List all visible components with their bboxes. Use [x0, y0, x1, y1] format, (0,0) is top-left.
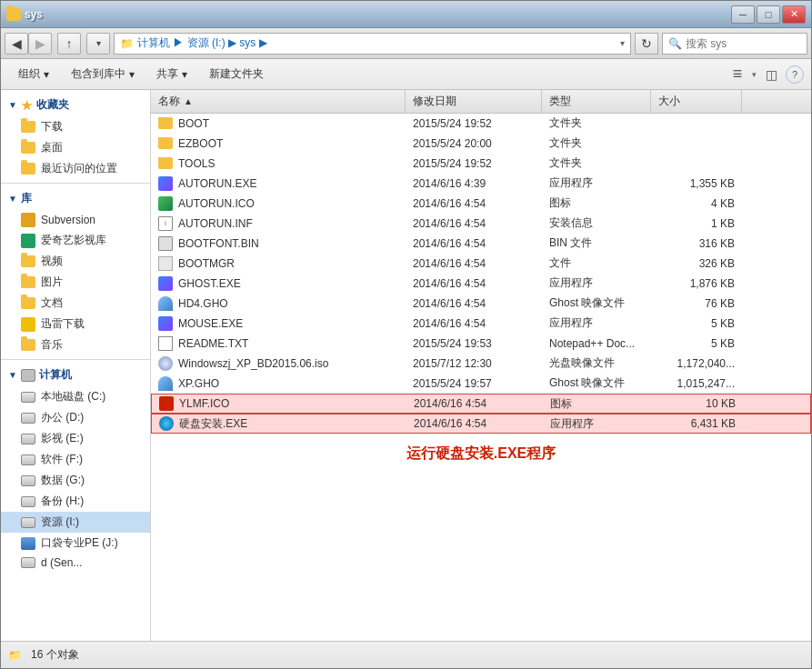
sidebar-item-picture[interactable]: 图片: [1, 272, 150, 293]
sidebar-item-music[interactable]: 音乐: [1, 334, 150, 355]
file-name-autorun-inf: i AUTORUN.INF: [151, 216, 406, 231]
file-row-bootmgr[interactable]: BOOTMGR 2014/6/16 4:54 文件 326 KB: [151, 254, 811, 274]
new-folder-button[interactable]: 新建文件夹: [199, 63, 274, 86]
sidebar-item-e-drive[interactable]: 影视 (E:): [1, 428, 150, 449]
sidebar-item-h-drive[interactable]: 备份 (H:): [1, 491, 150, 512]
file-size-mouse-exe: 5 KB: [651, 317, 742, 330]
computer-header[interactable]: ▼ 计算机: [1, 364, 150, 386]
favorites-header[interactable]: ▼ ★ 收藏夹: [1, 94, 150, 116]
file-type-autorun-inf: 安装信息: [542, 215, 651, 231]
organize-arrow: ▾: [44, 68, 49, 81]
file-type-ghost-exe: 应用程序: [542, 275, 651, 291]
file-row-readme[interactable]: README.TXT 2015/5/24 19:53 Notepad++ Doc…: [151, 334, 811, 354]
sidebar-item-subversion[interactable]: Subversion: [1, 210, 150, 230]
i-drive-icon: [21, 517, 35, 528]
file-name-xp-gho: XP.GHO: [151, 376, 406, 391]
download-folder-icon: [21, 121, 35, 133]
refresh-button[interactable]: ↻: [635, 33, 658, 55]
file-row-iso[interactable]: Windowszj_XP_BD2015.06.iso 2015/7/12 12:…: [151, 354, 811, 374]
computer-icon: [21, 369, 35, 382]
h-drive-label: 备份 (H:): [41, 494, 84, 509]
back-button[interactable]: ◀: [5, 33, 28, 55]
file-row-boot[interactable]: BOOT 2015/5/24 19:52 文件夹: [151, 114, 811, 134]
file-type-ylmf-ico: 图标: [543, 396, 652, 412]
file-row-autorun-inf[interactable]: i AUTORUN.INF 2014/6/16 4:54 安装信息 1 KB: [151, 214, 811, 234]
sidebar-item-video[interactable]: 视频: [1, 251, 150, 272]
file-type-xp-gho: Ghost 映像文件: [542, 375, 651, 391]
ghost-exe-icon: [158, 276, 173, 291]
col-header-date[interactable]: 修改日期: [406, 90, 542, 113]
include-arrow: ▾: [129, 68, 135, 81]
file-row-bootfont[interactable]: BOOTFONT.BIN 2014/6/16 4:54 BIN 文件 316 K…: [151, 234, 811, 254]
search-input[interactable]: [686, 37, 801, 50]
sidebar-item-document[interactable]: 文档: [1, 293, 150, 314]
file-name-hd-install: 硬盘安装.EXE: [152, 416, 406, 432]
toolbar-right: ≡ ▾ ◫ ?: [727, 64, 804, 85]
window-title: sys: [25, 8, 43, 21]
file-row-ylmf-ico[interactable]: YLMF.ICO 2014/6/16 4:54 图标 10 KB: [151, 394, 811, 414]
sidebar-item-g-drive[interactable]: 数据 (G:): [1, 470, 150, 491]
file-row-autorun-ico[interactable]: AUTORUN.ICO 2014/6/16 4:54 图标 4 KB: [151, 194, 811, 214]
file-type-boot: 文件夹: [542, 115, 651, 131]
file-row-autorun-exe[interactable]: AUTORUN.EXE 2014/6/16 4:39 应用程序 1,355 KB: [151, 174, 811, 194]
library-header[interactable]: ▼ 库: [1, 187, 150, 210]
status-folder-icon: 📁: [8, 649, 22, 662]
file-type-autorun-exe: 应用程序: [542, 175, 651, 191]
col-header-size[interactable]: 大小: [651, 90, 742, 113]
sidebar-item-sen-drive[interactable]: d (Sen...: [1, 554, 150, 572]
file-row-hd4-gho[interactable]: HD4.GHO 2014/6/16 4:54 Ghost 映像文件 76 KB: [151, 294, 811, 314]
col-header-type[interactable]: 类型: [542, 90, 651, 113]
library-section: ▼ 库 Subversion 爱奇艺影视库 视频 图片: [1, 187, 150, 355]
file-type-iso: 光盘映像文件: [542, 355, 651, 371]
sidebar-item-j-drive[interactable]: 口袋专业PE (J:): [1, 533, 150, 554]
file-row-ezboot[interactable]: EZBOOT 2015/5/24 20:00 文件夹: [151, 134, 811, 154]
forward-button[interactable]: ▶: [28, 33, 52, 55]
maximize-button[interactable]: □: [757, 5, 780, 24]
recent-locations-button[interactable]: ▾: [86, 33, 110, 55]
f-drive-icon: [21, 454, 35, 465]
sidebar-item-i-drive[interactable]: 资源 (I:): [1, 512, 150, 533]
sidebar-item-d-drive[interactable]: 办公 (D:): [1, 407, 150, 428]
sidebar-item-recent[interactable]: 最近访问的位置: [1, 158, 150, 179]
sidebar-item-f-drive[interactable]: 软件 (F:): [1, 449, 150, 470]
e-drive-label: 影视 (E:): [41, 431, 84, 446]
view-icon-button[interactable]: ≡: [727, 64, 748, 85]
sidebar-item-download[interactable]: 下载: [1, 116, 150, 137]
sidebar-item-thunder[interactable]: 迅雷下载: [1, 314, 150, 334]
file-row-xp-gho[interactable]: XP.GHO 2015/5/24 19:57 Ghost 映像文件 1,015,…: [151, 374, 811, 394]
preview-button[interactable]: ◫: [760, 64, 782, 85]
file-row-mouse-exe[interactable]: MOUSE.EXE 2014/6/16 4:54 应用程序 5 KB: [151, 314, 811, 334]
file-name-autorun-ico: AUTORUN.ICO: [151, 196, 406, 211]
organize-button[interactable]: 组织 ▾: [8, 63, 59, 86]
sidebar-item-c-drive[interactable]: 本地磁盘 (C:): [1, 386, 150, 407]
up-button[interactable]: ↑: [57, 33, 81, 55]
col-header-name[interactable]: 名称 ▲: [151, 90, 406, 113]
search-box[interactable]: 🔍: [662, 33, 807, 55]
file-name-tools: TOOLS: [151, 157, 406, 170]
file-row-ghost-exe[interactable]: GHOST.EXE 2014/6/16 4:54 应用程序 1,876 KB: [151, 274, 811, 294]
file-row-hd-install[interactable]: 硬盘安装.EXE 2014/6/16 4:54 应用程序 6,431 KB: [151, 414, 811, 434]
file-size-ylmf-ico: 10 KB: [652, 397, 743, 410]
address-path[interactable]: 📁 计算机 ▶ 资源 (I:) ▶ sys ▶ ▾: [114, 33, 631, 55]
minimize-button[interactable]: ─: [731, 5, 755, 24]
close-button[interactable]: ✕: [782, 5, 806, 24]
share-button[interactable]: 共享 ▾: [146, 63, 197, 86]
aiqiyi-label: 爱奇艺影视库: [41, 233, 106, 248]
subversion-label: Subversion: [41, 214, 95, 226]
include-library-button[interactable]: 包含到库中 ▾: [61, 63, 145, 86]
help-button[interactable]: ?: [786, 65, 804, 84]
file-date-ghost-exe: 2014/6/16 4:54: [406, 277, 542, 290]
subversion-icon: [21, 213, 35, 227]
file-date-autorun-inf: 2014/6/16 4:54: [406, 217, 542, 230]
path-dropdown-arrow[interactable]: ▾: [620, 38, 625, 48]
sidebar-item-aiqiyi[interactable]: 爱奇艺影视库: [1, 230, 150, 251]
view-dropdown-arrow[interactable]: ▾: [752, 70, 757, 79]
document-label: 文档: [41, 295, 63, 311]
file-list-header: 名称 ▲ 修改日期 类型 大小: [151, 90, 811, 114]
desktop-label: 桌面: [41, 140, 63, 155]
file-row-tools[interactable]: TOOLS 2015/5/24 19:52 文件夹: [151, 154, 811, 174]
file-size-hd4-gho: 76 KB: [651, 297, 742, 310]
file-name-ghost-exe: GHOST.EXE: [151, 276, 406, 291]
sidebar-item-desktop[interactable]: 桌面: [1, 137, 150, 158]
file-date-boot: 2015/5/24 19:52: [406, 117, 542, 130]
